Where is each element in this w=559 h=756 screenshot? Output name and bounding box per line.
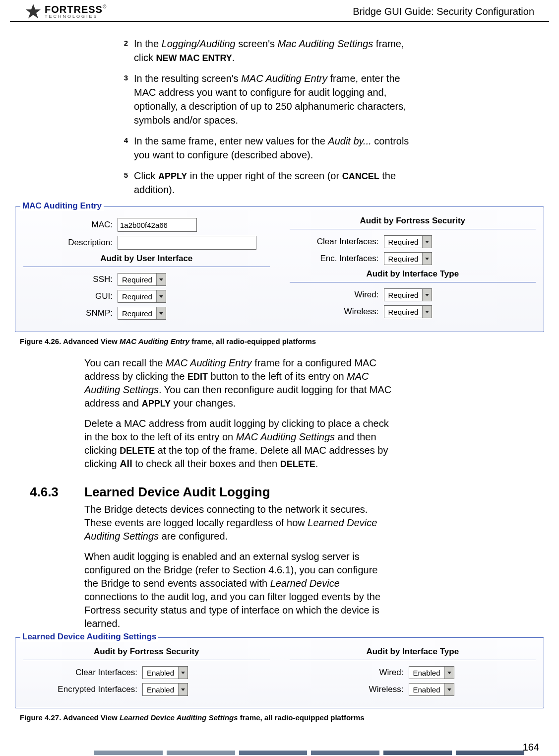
- step-number: 5: [114, 169, 134, 197]
- para-recall: You can recall the MAC Auditing Entry fr…: [84, 356, 392, 410]
- page-title: Bridge GUI Guide: Security Configuration: [353, 6, 534, 17]
- step-number: 3: [114, 71, 134, 127]
- section-audit-ui: Audit by User Interface: [23, 254, 270, 264]
- svg-marker-0: [26, 4, 41, 18]
- chevron-down-icon: [422, 289, 432, 301]
- ssh-select[interactable]: Required: [118, 273, 166, 286]
- page-header: FORTRESS® TECHNOLOGIES Bridge GUI Guide:…: [10, 0, 549, 22]
- wireless-row: Wireless: Enabled: [290, 683, 536, 696]
- step-4: 4 In the same frame, enter new values fo…: [114, 134, 422, 162]
- step-number: 4: [114, 134, 134, 162]
- step-number: 2: [114, 37, 134, 65]
- chevron-down-icon: [422, 253, 432, 265]
- clear-if-row: Clear Interfaces: Required: [290, 235, 536, 248]
- learned-device-auditing-panel: Learned Device Auditing Settings Audit b…: [15, 637, 544, 708]
- step-3: 3 In the resulting screen's MAC Auditing…: [114, 71, 422, 127]
- enc-if-row: Enc. Interfaces: Required: [290, 252, 536, 265]
- section-audit-iftype: Audit by Interface Type: [290, 647, 536, 657]
- panel-legend: MAC Auditing Entry: [20, 201, 104, 211]
- section-audit-iftype: Audit by Interface Type: [290, 269, 536, 279]
- figure-caption-4-27: Figure 4.27. Advanced View Learned Devic…: [20, 713, 539, 722]
- chevron-down-icon: [156, 307, 166, 319]
- enc-interfaces-select[interactable]: Required: [384, 252, 433, 265]
- brand-subtitle: TECHNOLOGIES: [45, 14, 106, 19]
- panel-legend: Learned Device Auditing Settings: [20, 632, 158, 642]
- chevron-down-icon: [178, 684, 187, 695]
- mac-input[interactable]: [118, 218, 197, 232]
- chevron-down-icon: [444, 684, 454, 695]
- section-title: Learned Device Audit Logging: [84, 484, 270, 500]
- step-list: 2 In the Logging/Auditing screen's Mac A…: [114, 37, 422, 197]
- mac-label: MAC:: [23, 220, 113, 230]
- step-5: 5 Click APPLY in the upper right of the …: [114, 169, 422, 197]
- description-input[interactable]: [118, 236, 256, 250]
- section-audit-fortress: Audit by Fortress Security: [23, 647, 270, 657]
- mac-auditing-entry-panel: MAC Auditing Entry MAC: Description: Aud…: [15, 206, 544, 332]
- wired-select[interactable]: Required: [384, 288, 433, 301]
- wireless-row: Wireless: Required: [290, 305, 536, 318]
- wired-select[interactable]: Enabled: [409, 666, 454, 679]
- wireless-select[interactable]: Required: [384, 305, 433, 318]
- wired-row: Wired: Enabled: [290, 666, 536, 679]
- clear-interfaces-select[interactable]: Required: [384, 235, 433, 248]
- chevron-down-icon: [156, 290, 166, 302]
- figure-caption-4-26: Figure 4.26. Advanced View MAC Auditing …: [20, 337, 539, 345]
- snmp-row: SNMP: Required: [23, 307, 270, 320]
- chevron-down-icon: [422, 236, 432, 248]
- brand-reg: ®: [103, 4, 106, 9]
- clear-interfaces-select[interactable]: Enabled: [142, 666, 188, 679]
- chevron-down-icon: [422, 306, 432, 318]
- wired-row: Wired: Required: [290, 288, 536, 301]
- chevron-down-icon: [178, 667, 187, 679]
- section-heading: 4.6.3 Learned Device Audit Logging: [30, 484, 559, 500]
- wireless-select[interactable]: Enabled: [409, 683, 454, 696]
- section-number: 4.6.3: [30, 484, 84, 500]
- description-row: Description:: [23, 236, 270, 250]
- section-audit-fortress: Audit by Fortress Security: [290, 216, 536, 226]
- chevron-down-icon: [444, 667, 454, 679]
- chevron-down-icon: [156, 274, 166, 285]
- clear-if-row: Clear Interfaces: Enabled: [23, 666, 270, 679]
- snmp-select[interactable]: Required: [118, 307, 166, 320]
- step-2: 2 In the Logging/Auditing screen's Mac A…: [114, 37, 422, 65]
- description-label: Description:: [23, 238, 113, 248]
- para-delete: Delete a MAC address from audit logging …: [84, 417, 392, 471]
- gui-row: GUI: Required: [23, 290, 270, 303]
- footer-decoration: [0, 751, 559, 755]
- enc-if-row: Encrypted Interfaces: Enabled: [23, 683, 270, 696]
- brand-logo: FORTRESS® TECHNOLOGIES: [25, 3, 106, 20]
- gui-select[interactable]: Required: [118, 290, 166, 303]
- brand-name: FORTRESS: [45, 4, 103, 15]
- logo-icon: [25, 3, 42, 20]
- mac-row: MAC:: [23, 218, 270, 232]
- para-section-1: The Bridge detects devices connecting to…: [84, 503, 392, 543]
- para-section-2: When audit logging is enabled and an ext…: [84, 550, 392, 630]
- encrypted-interfaces-select[interactable]: Enabled: [142, 683, 188, 696]
- ssh-row: SSH: Required: [23, 273, 270, 286]
